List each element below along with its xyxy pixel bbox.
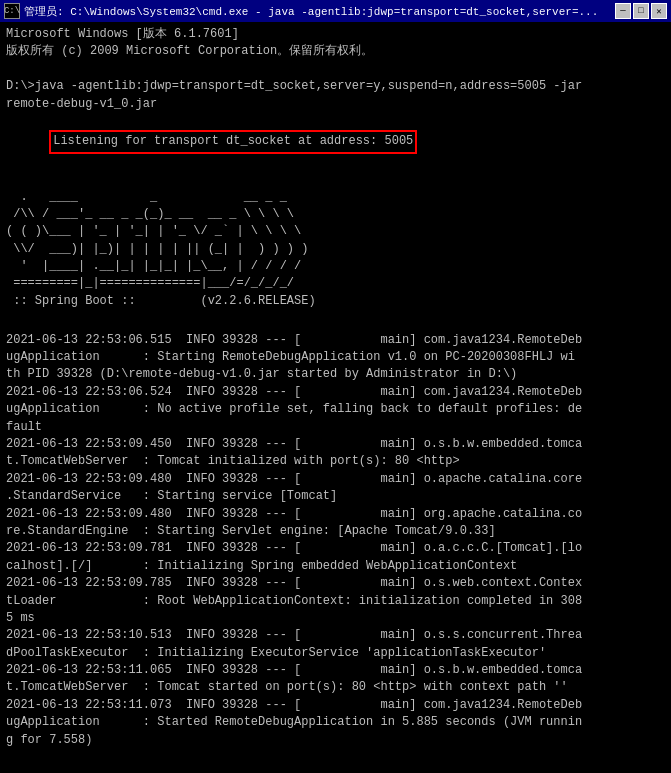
log-line-9: 2021-06-13 22:53:11.065 INFO 39328 --- […: [6, 662, 665, 679]
command-line-2: remote-debug-v1_0.jar: [6, 96, 665, 113]
listening-line: Listening for transport dt_socket at add…: [6, 113, 665, 171]
log-line-6b: calhost].[/] : Initializing Spring embed…: [6, 558, 665, 575]
header-blank: [6, 61, 665, 78]
log-line-1c: th PID 39328 (D:\remote-debug-v1.0.jar s…: [6, 366, 665, 383]
log-line-7: 2021-06-13 22:53:09.785 INFO 39328 --- […: [6, 575, 665, 592]
log-line-8b: dPoolTaskExecutor : Initializing Executo…: [6, 645, 665, 662]
log-line-6: 2021-06-13 22:53:09.781 INFO 39328 --- […: [6, 540, 665, 557]
title-bar-controls: ─ □ ✕: [615, 3, 667, 19]
log-section: 2021-06-13 22:53:06.515 INFO 39328 --- […: [6, 314, 665, 749]
log-line-10: 2021-06-13 22:53:11.073 INFO 39328 --- […: [6, 697, 665, 714]
log-line-10b: ugApplication : Started RemoteDebugAppli…: [6, 714, 665, 731]
title-bar-left: C:\ 管理员: C:\Windows\System32\cmd.exe - j…: [4, 3, 598, 19]
log-line-4: 2021-06-13 22:53:09.480 INFO 39328 --- […: [6, 471, 665, 488]
header-line-2: 版权所有 (c) 2009 Microsoft Corporation。保留所有…: [6, 43, 665, 60]
log-line-4b: .StandardService : Starting service [Tom…: [6, 488, 665, 505]
minimize-button[interactable]: ─: [615, 3, 631, 19]
header-line-1: Microsoft Windows [版本 6.1.7601]: [6, 26, 665, 43]
log-line-5b: re.StandardEngine : Starting Servlet eng…: [6, 523, 665, 540]
log-line-1b: ugApplication : Starting RemoteDebugAppl…: [6, 349, 665, 366]
log-line-10c: g for 7.558): [6, 732, 665, 749]
log-line-2b: ugApplication : No active profile set, f…: [6, 401, 665, 418]
log-line-blank: [6, 314, 665, 331]
log-line-5: 2021-06-13 22:53:09.480 INFO 39328 --- […: [6, 506, 665, 523]
log-line-7c: 5 ms: [6, 610, 665, 627]
log-line-8: 2021-06-13 22:53:10.513 INFO 39328 --- […: [6, 627, 665, 644]
command-line-1: D:\>java -agentlib:jdwp=transport=dt_soc…: [6, 78, 665, 95]
log-line-1: 2021-06-13 22:53:06.515 INFO 39328 --- […: [6, 332, 665, 349]
log-line-2c: fault: [6, 419, 665, 436]
listening-highlight: Listening for transport dt_socket at add…: [49, 130, 417, 153]
spring-art: . ____ _ __ _ _ /\\ / ___'_ __ _ _(_)_ _…: [6, 171, 665, 310]
window: C:\ 管理员: C:\Windows\System32\cmd.exe - j…: [0, 0, 671, 773]
maximize-button[interactable]: □: [633, 3, 649, 19]
log-line-3: 2021-06-13 22:53:09.450 INFO 39328 --- […: [6, 436, 665, 453]
close-button[interactable]: ✕: [651, 3, 667, 19]
title-text: 管理员: C:\Windows\System32\cmd.exe - java …: [24, 4, 598, 19]
log-line-3b: t.TomcatWebServer : Tomcat initialized w…: [6, 453, 665, 470]
log-line-2: 2021-06-13 22:53:06.524 INFO 39328 --- […: [6, 384, 665, 401]
cmd-icon: C:\: [4, 3, 20, 19]
title-bar: C:\ 管理员: C:\Windows\System32\cmd.exe - j…: [0, 0, 671, 22]
log-line-7b: tLoader : Root WebApplicationContext: in…: [6, 593, 665, 610]
log-line-9b: t.TomcatWebServer : Tomcat started on po…: [6, 679, 665, 696]
console-body: Microsoft Windows [版本 6.1.7601] 版权所有 (c)…: [0, 22, 671, 773]
